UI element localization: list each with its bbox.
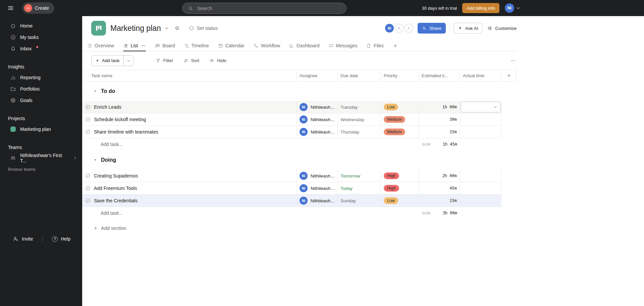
actual-time-cell[interactable] [460,113,501,125]
project-menu-button[interactable] [164,26,169,31]
priority-cell[interactable]: Medium [381,113,419,125]
sidebar-section-insights[interactable]: Insights [0,62,82,72]
assignee-cell[interactable]: Ni Nithileashwar [297,195,338,207]
create-button[interactable]: Create [22,2,54,14]
tab-messages[interactable]: Messages [329,40,358,51]
search-bar[interactable] [182,3,346,14]
task-name-cell[interactable]: Add Freemium Tools [82,182,297,194]
favorite-star-button[interactable] [173,24,181,32]
add-column-button[interactable] [501,70,517,81]
add-billing-info-button[interactable]: Add billing info [462,3,499,13]
invite-button[interactable]: Invite [13,236,33,242]
task-row[interactable]: ⋮⋮ Enrich Leads Ni Nithileashwar Tuesday… [82,101,501,113]
section-header-todo[interactable]: To do [82,82,644,101]
assignee-cell[interactable]: Ni Nithileashwar [297,126,338,138]
estimated-time-cell[interactable]: 45m [419,182,460,194]
add-task-dropdown-button[interactable] [123,56,133,66]
actual-time-cell[interactable] [460,182,501,194]
column-header-due-date[interactable]: Due date [338,70,381,81]
sidebar-item-portfolios[interactable]: Portfolios [0,83,82,95]
estimated-time-cell[interactable]: 2h 00m [419,170,460,182]
task-name-cell[interactable]: Schedule kickoff meeting [82,113,297,125]
task-complete-checkbox[interactable] [85,185,91,191]
due-date-cell[interactable]: Today [338,182,381,194]
sidebar-item-inbox[interactable]: Inbox [0,43,82,54]
assignee-cell[interactable]: Ni Nithileashwar [297,113,338,125]
task-name-cell[interactable]: Share timeline with teammates [82,126,297,138]
column-header-actual-time[interactable]: Actual time [460,70,501,81]
assignee-cell[interactable]: Ni Nithileashwar [297,170,338,182]
task-row[interactable]: Share timeline with teammates Ni Nithile… [82,126,501,138]
share-button[interactable]: Share [418,23,446,34]
task-row[interactable]: Save the Credentials Ni Nithileashwar Su… [82,195,501,207]
search-input[interactable] [197,5,341,11]
sidebar-item-my-tasks[interactable]: My tasks [0,32,82,43]
actual-time-dropdown[interactable] [461,102,500,112]
tab-board[interactable]: Board [155,40,175,51]
collapse-triangle-icon[interactable] [93,89,97,93]
sort-button[interactable]: Sort [183,58,200,63]
priority-cell[interactable]: High [381,170,419,182]
column-header-assignee[interactable]: Assignee [297,70,338,81]
task-row[interactable]: Schedule kickoff meeting Ni Nithileashwa… [82,113,501,126]
column-header-estimated-time[interactable]: Estimated ti... [419,70,460,81]
add-task-inline[interactable]: Add task... [82,210,297,216]
task-row[interactable]: Creating Supademos Ni Nithileashwar Tomo… [82,170,501,182]
task-complete-checkbox[interactable] [85,173,91,179]
empty-avatar-slot[interactable] [395,24,404,33]
tab-calendar[interactable]: Calendar [218,40,245,51]
due-date-cell[interactable]: Sunday [338,195,381,207]
tab-timeline[interactable]: Timeline [184,40,209,51]
actual-time-cell[interactable] [460,101,501,113]
empty-avatar-slot[interactable] [405,24,413,33]
member-avatar[interactable]: Ni [385,24,394,33]
account-menu-button[interactable] [516,5,521,11]
project-icon[interactable] [91,21,106,36]
estimated-time-cell[interactable]: 30m [419,113,460,125]
assignee-cell[interactable]: Ni Nithileashwar [297,101,338,113]
actual-time-cell[interactable] [460,170,501,182]
task-name-cell[interactable]: Creating Supademos [82,170,297,182]
add-task-button[interactable]: Add task [92,56,123,66]
customize-button[interactable]: Customize [487,26,517,31]
set-status-button[interactable]: Set status [187,25,220,31]
tab-list[interactable]: List [123,40,146,51]
tab-overview[interactable]: Overview [87,40,114,51]
collapse-triangle-icon[interactable] [93,158,97,162]
browse-teams-link[interactable]: Browse teams [0,164,82,174]
sidebar-item-team[interactable]: Nithileashwar's First T... [0,152,82,164]
column-header-task-name[interactable]: Task name [82,70,297,81]
column-header-priority[interactable]: Priority [381,70,419,81]
add-section-button[interactable]: Add section [82,220,128,236]
section-header-doing[interactable]: Doing [82,150,644,170]
sidebar-item-marketing-plan[interactable]: Marketing plan [0,123,82,135]
priority-cell[interactable]: Low [381,101,419,113]
help-button[interactable]: ? Help [52,236,70,242]
tab-files[interactable]: Files [366,40,384,51]
more-options-button[interactable] [509,57,517,64]
sidebar-item-goals[interactable]: Goals [0,95,82,106]
drag-handle-icon[interactable]: ⋮⋮ [85,101,94,113]
actual-time-cell[interactable] [460,126,501,138]
sidebar-item-home[interactable]: Home [0,20,82,32]
task-row[interactable]: Add Freemium Tools Ni Nithileashwar Toda… [82,182,501,195]
sidebar-toggle-button[interactable] [5,3,16,13]
task-complete-checkbox[interactable] [85,198,91,204]
actual-time-cell[interactable] [460,195,501,207]
chevron-right-icon[interactable] [73,156,77,160]
estimated-time-cell[interactable]: 1h 00m [419,101,460,113]
filter-button[interactable]: Filter [156,58,173,63]
priority-cell[interactable]: Medium [381,126,419,138]
priority-cell[interactable]: Low [381,195,419,207]
task-name-cell[interactable]: ⋮⋮ Enrich Leads [82,101,297,113]
due-date-cell[interactable]: Tomorrow [338,170,381,182]
tab-dashboard[interactable]: Dashboard [289,40,320,51]
user-avatar[interactable]: Ni [505,3,514,13]
due-date-cell[interactable]: Thursday [338,126,381,138]
ask-ai-button[interactable]: Ask AI [453,23,482,34]
add-task-inline[interactable]: Add task... [82,142,297,147]
task-complete-checkbox[interactable] [85,129,91,135]
hide-button[interactable]: Hide [209,58,226,63]
task-name-cell[interactable]: Save the Credentials [82,195,297,207]
estimated-time-cell[interactable]: 15m [419,126,460,138]
